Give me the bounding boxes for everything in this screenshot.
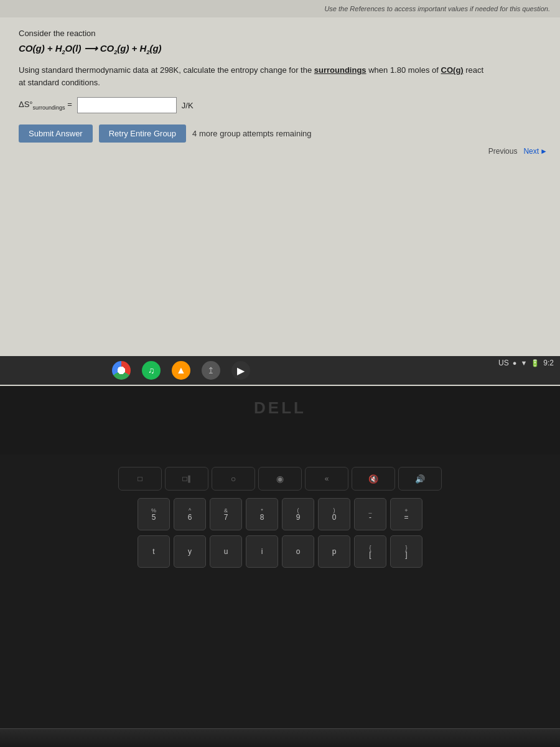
- key-p[interactable]: p: [318, 535, 350, 568]
- dell-logo: DELL: [254, 398, 306, 418]
- prev-button[interactable]: Previous: [488, 147, 518, 156]
- clock: 9:2: [543, 359, 554, 367]
- key-back[interactable]: «: [305, 467, 348, 491]
- key-0-rparen[interactable]: ) 0: [318, 498, 350, 530]
- locale-indicator: US: [498, 359, 509, 367]
- download-icon[interactable]: ↥: [202, 361, 220, 380]
- retry-button[interactable]: Retry Entire Group: [99, 125, 186, 143]
- top-bar: Use the References to access important v…: [0, 0, 560, 17]
- taskbar: ♫ ▲ ↥ ▶: [0, 356, 560, 385]
- content-area: Consider the reaction CO(g) + H2O(l) ⟶ C…: [0, 17, 560, 386]
- key-5-percent[interactable]: % 5: [138, 498, 170, 530]
- key-y[interactable]: y: [174, 535, 206, 568]
- fn-key-row: □ □∥ ○ ◉ « 🔇 🔊: [118, 467, 442, 491]
- network-icon: ●: [513, 359, 517, 367]
- question-text: Using standard thermodynamic data at 298…: [19, 64, 485, 88]
- key-u[interactable]: u: [210, 535, 242, 568]
- key-minus[interactable]: _ -: [354, 498, 386, 530]
- key-equals[interactable]: + =: [390, 498, 422, 530]
- spotify-icon[interactable]: ♫: [142, 361, 161, 380]
- laptop-screen: Use the References to access important v…: [0, 0, 560, 386]
- key-7-ampersand[interactable]: & 7: [210, 498, 242, 530]
- system-tray: US ● ▼ 🔋 9:2: [498, 359, 554, 367]
- top-bar-text: Use the References to access important v…: [324, 5, 550, 12]
- next-button[interactable]: Next ►: [523, 147, 548, 156]
- consider-label: Consider the reaction: [19, 29, 541, 38]
- key-6-caret[interactable]: ^ 6: [174, 498, 206, 530]
- key-search[interactable]: ◉: [258, 467, 302, 491]
- tyuiop-row: t y u i o p { [ } ]: [138, 535, 422, 568]
- laptop-frame-bottom: [0, 728, 560, 747]
- submit-button[interactable]: Submit Answer: [19, 125, 93, 143]
- key-circle[interactable]: ○: [212, 467, 255, 491]
- dropdown-icon: ▼: [520, 359, 527, 367]
- key-i[interactable]: i: [246, 535, 278, 568]
- key-volume[interactable]: 🔊: [398, 467, 442, 491]
- key-multiwindow[interactable]: □∥: [165, 467, 208, 491]
- number-row: % 5 ^ 6 & 7 * 8 ( 9 ) 0 _ - + =: [138, 498, 422, 530]
- input-row: ΔS°surroundings = J/K: [19, 97, 541, 113]
- button-row: Submit Answer Retry Entire Group 4 more …: [19, 125, 541, 143]
- key-9-lparen[interactable]: ( 9: [282, 498, 314, 530]
- key-t[interactable]: t: [138, 535, 170, 568]
- key-o[interactable]: o: [282, 535, 314, 568]
- input-label: ΔS°surroundings =: [19, 100, 72, 111]
- answer-input[interactable]: [77, 97, 177, 113]
- chrome-icon[interactable]: [112, 361, 131, 380]
- attempts-text: 4 more group attempts remaining: [192, 129, 311, 138]
- reaction-equation: CO(g) + H2O(l) ⟶ CO2(g) + H2(g): [19, 43, 541, 55]
- key-mute[interactable]: 🔇: [352, 467, 395, 491]
- key-rbracket[interactable]: } ]: [390, 535, 422, 568]
- key-8-asterisk[interactable]: * 8: [246, 498, 278, 530]
- play-icon[interactable]: ▶: [231, 361, 250, 380]
- alert-icon[interactable]: ▲: [172, 361, 190, 380]
- key-lbracket[interactable]: { [: [354, 535, 386, 568]
- keyboard-area: □ □∥ ○ ◉ « 🔇 🔊 % 5 ^ 6 & 7 * 8 ( 9 ): [0, 454, 560, 747]
- nav-row: Previous Next ►: [488, 147, 548, 156]
- key-screenshot[interactable]: □: [118, 467, 162, 491]
- unit-label: J/K: [182, 101, 194, 110]
- battery-icon: 🔋: [531, 359, 539, 367]
